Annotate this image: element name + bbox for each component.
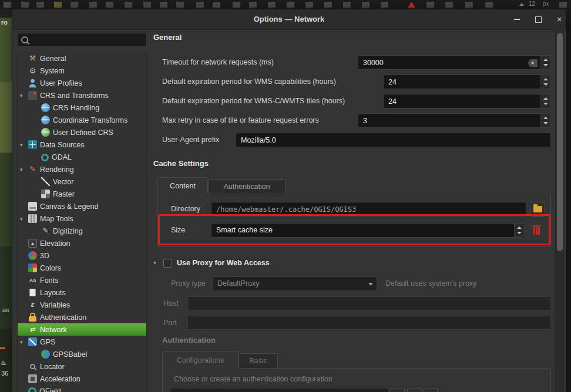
sidebar-item-data-sources[interactable]: Data Sources [18, 138, 146, 151]
toolbar-icon[interactable] [70, 2, 78, 8]
toolbar-icon[interactable] [4, 2, 11, 8]
browse-folder-button[interactable] [530, 202, 545, 217]
auth-add-button[interactable] [391, 388, 405, 392]
sidebar-item-colors[interactable]: Colors [18, 262, 146, 274]
spin-up-icon[interactable] [543, 78, 548, 80]
toolbar-icon[interactable] [54, 2, 62, 8]
sidebar-item-locator[interactable]: Locator [18, 360, 146, 373]
sidebar-item-system[interactable]: System [18, 65, 146, 77]
toolbar-icon[interactable] [445, 2, 453, 8]
toolbar-icon[interactable] [89, 2, 97, 8]
sidebar-item-general[interactable]: General [18, 52, 146, 65]
toolbar-icon[interactable] [36, 2, 44, 8]
toolbar-icon[interactable] [381, 2, 388, 8]
spin-up-icon[interactable] [517, 227, 522, 229]
sidebar-item-elevation[interactable]: Elevation [18, 237, 146, 249]
use-proxy-checkbox[interactable] [163, 259, 172, 268]
toolbar-icon[interactable] [196, 2, 204, 8]
sidebar-item-gdal[interactable]: GDAL [18, 151, 146, 163]
toolbar-icon[interactable] [426, 2, 434, 8]
toolbar-icon[interactable] [343, 2, 351, 8]
maximize-button[interactable] [530, 12, 546, 27]
spin-up-icon[interactable] [543, 59, 548, 61]
sidebar-item-vector[interactable]: Vector [18, 175, 146, 188]
proxy-type-combo[interactable]: DefaultProxy [212, 276, 377, 291]
spin-down-icon[interactable] [517, 232, 522, 234]
toolbar-icon[interactable] [559, 2, 567, 8]
sidebar-item-raster[interactable]: Raster [18, 188, 146, 200]
sidebar-item-authentication[interactable]: Authentication [18, 311, 146, 323]
toolbar-icon[interactable] [287, 2, 294, 8]
toolbar-icon[interactable] [106, 2, 113, 8]
spinner-control[interactable] [540, 56, 550, 69]
expand-caret-icon[interactable] [20, 167, 28, 173]
expand-caret-icon[interactable] [20, 142, 28, 148]
toolbar-icon[interactable] [233, 2, 240, 8]
collapse-caret-icon[interactable]: ▾ [153, 259, 156, 266]
toolbar-icon[interactable] [125, 2, 132, 8]
toolbar-icon[interactable] [143, 2, 151, 8]
sidebar-item-layouts[interactable]: Layouts [18, 286, 146, 299]
tab-content[interactable]: Content [157, 177, 208, 194]
spin-down-icon[interactable] [543, 103, 548, 105]
toolbar-icon[interactable] [362, 2, 370, 8]
sidebar-item-rendering[interactable]: Rendering [18, 163, 146, 175]
port-input[interactable] [187, 316, 551, 330]
host-input[interactable] [187, 296, 551, 310]
auth-remove-button[interactable] [424, 388, 438, 392]
scroll-up-icon[interactable] [519, 3, 524, 6]
wmts-expiry-input[interactable] [384, 94, 540, 108]
sidebar-item-user-profiles[interactable]: User Profiles [18, 77, 146, 89]
scrollbar-handle[interactable] [557, 33, 563, 251]
toolbar-icon[interactable] [485, 2, 493, 8]
expand-caret-icon[interactable] [20, 93, 28, 99]
toolbar-icon[interactable] [465, 2, 473, 8]
sidebar-item-qfield[interactable]: QField [18, 385, 146, 392]
content-scrollbar[interactable] [555, 29, 564, 392]
toolbar-icon[interactable] [176, 2, 184, 8]
expand-caret-icon[interactable] [20, 216, 28, 222]
spin-down-icon[interactable] [543, 122, 548, 124]
clear-cache-button[interactable] [529, 224, 543, 238]
sidebar-item-crs-and-transforms[interactable]: CRS and Transforms [18, 89, 146, 102]
spinner-control[interactable] [514, 224, 524, 237]
sidebar-item-gps[interactable]: GPS [18, 336, 146, 348]
dialog-titlebar[interactable]: Options — Network [12, 9, 566, 30]
timeout-input[interactable] [358, 56, 540, 69]
auth-config-combo[interactable] [170, 388, 388, 392]
sidebar-item-fonts[interactable]: Fonts [18, 274, 146, 286]
user-agent-input[interactable] [236, 133, 551, 147]
sidebar-item-acceleration[interactable]: Acceleration [18, 373, 146, 385]
sidebar-item-coordinate-transforms[interactable]: Coordinate Transforms [18, 114, 146, 126]
close-button[interactable] [551, 12, 566, 27]
sidebar-item-digitizing[interactable]: Digitizing [18, 225, 146, 237]
spinner-control[interactable] [540, 94, 550, 108]
spin-down-icon[interactable] [543, 64, 548, 66]
toolbar-icon[interactable] [268, 2, 276, 8]
sidebar-item-gpsbabel[interactable]: GPSBabel [18, 348, 146, 360]
wms-expiry-input[interactable] [384, 75, 540, 89]
max-retry-input[interactable] [358, 114, 540, 127]
sidebar-item-crs-handling[interactable]: CRS Handling [18, 102, 146, 114]
toolbar-icon[interactable] [21, 2, 29, 8]
sidebar-item-variables[interactable]: Variables [18, 299, 146, 311]
sidebar-item-3d[interactable]: 3D [18, 249, 146, 262]
tab-basic[interactable]: Basic [239, 353, 278, 369]
toolbar-icon[interactable] [160, 2, 167, 8]
minimize-button[interactable] [509, 12, 525, 27]
expand-caret-icon[interactable] [20, 339, 28, 345]
flag-icon[interactable] [408, 2, 415, 8]
toolbar-icon[interactable] [324, 2, 332, 8]
toolbar-icon[interactable] [305, 2, 313, 8]
toolbar-icon[interactable] [213, 2, 220, 8]
spin-up-icon[interactable] [543, 117, 548, 119]
spin-down-icon[interactable] [543, 83, 548, 86]
toolbar-icon[interactable] [249, 2, 257, 8]
sidebar-item-canvas-legend[interactable]: Canvas & Legend [18, 200, 146, 212]
auth-edit-button[interactable] [407, 388, 421, 392]
tab-configurations[interactable]: Configurations [162, 352, 239, 369]
spinner-control[interactable] [540, 75, 550, 89]
cache-directory-input[interactable] [211, 202, 526, 217]
spin-up-icon[interactable] [543, 97, 548, 100]
spinner-control[interactable] [540, 114, 550, 127]
